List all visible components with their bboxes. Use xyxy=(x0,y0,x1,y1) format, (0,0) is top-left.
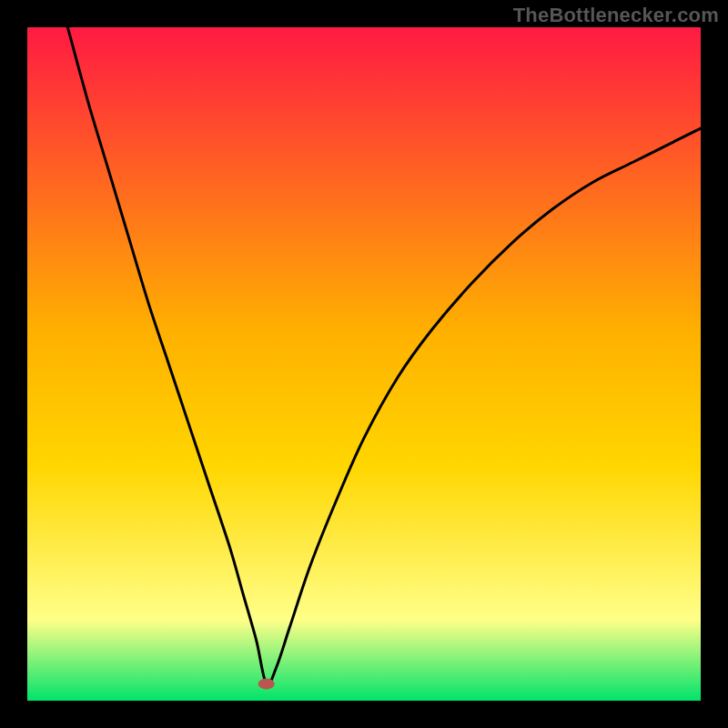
chart-frame: TheBottlenecker.com xyxy=(0,0,728,728)
chart-svg xyxy=(27,27,701,701)
plot-area xyxy=(27,27,701,701)
watermark-label: TheBottlenecker.com xyxy=(513,4,719,27)
marker-dot xyxy=(258,679,275,690)
gradient-background xyxy=(27,27,701,701)
